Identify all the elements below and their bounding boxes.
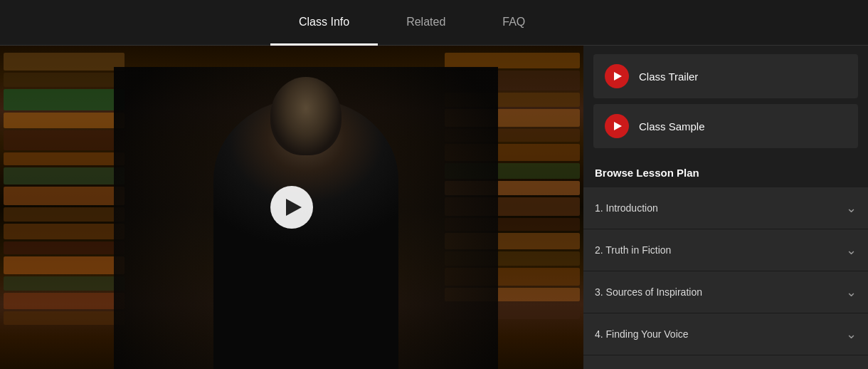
books-left [0, 46, 128, 369]
book-spine [4, 207, 125, 222]
video-panel [0, 46, 583, 369]
lesson-item-5[interactable]: 5. Developing the Story ⌄ [583, 355, 868, 369]
book-spine [4, 187, 125, 205]
lesson-item-3[interactable]: 3. Sources of Inspiration ⌄ [583, 271, 868, 313]
book-spine [4, 293, 125, 309]
video-thumbnail [0, 46, 583, 369]
chevron-down-icon: ⌄ [846, 242, 857, 258]
lesson-label-1: 1. Introduction [595, 202, 658, 214]
play-circle-icon [605, 64, 629, 88]
person-figure [213, 98, 398, 369]
tab-related[interactable]: Related [378, 1, 474, 46]
tab-class-info[interactable]: Class Info [270, 1, 378, 46]
video-buttons-section: Class Trailer Class Sample [583, 46, 868, 157]
tab-faq[interactable]: FAQ [474, 1, 554, 46]
book-spine [4, 276, 125, 291]
book-spine [4, 241, 125, 254]
book-spine [4, 89, 125, 110]
main-content: Class Trailer Class Sample Browse Lesson… [0, 46, 868, 369]
book-spine [4, 256, 125, 274]
book-spine [4, 53, 125, 71]
lesson-label-2: 2. Truth in Fiction [595, 244, 671, 256]
lesson-label-4: 4. Finding Your Voice [595, 328, 689, 340]
lesson-item-1[interactable]: 1. Introduction ⌄ [583, 187, 868, 229]
book-spine [4, 113, 125, 128]
book-spine [4, 167, 125, 184]
book-spine [4, 311, 125, 325]
class-trailer-label: Class Trailer [639, 71, 698, 83]
class-sample-button[interactable]: Class Sample [593, 104, 858, 148]
book-spine [4, 73, 125, 87]
lesson-item-2[interactable]: 2. Truth in Fiction ⌄ [583, 229, 868, 271]
chevron-down-icon: ⌄ [846, 326, 857, 342]
chevron-down-icon: ⌄ [846, 200, 857, 216]
lesson-plan-title: Browse Lesson Plan [583, 160, 868, 187]
book-spine [445, 53, 580, 68]
class-sample-label: Class Sample [639, 120, 705, 132]
book-spine [4, 152, 125, 165]
book-spine [4, 224, 125, 239]
right-panel: Class Trailer Class Sample Browse Lesson… [583, 46, 868, 369]
lesson-item-4[interactable]: 4. Finding Your Voice ⌄ [583, 313, 868, 355]
class-trailer-button[interactable]: Class Trailer [593, 54, 858, 98]
lesson-plan-section: Browse Lesson Plan 1. Introduction ⌄ 2. … [583, 157, 868, 369]
app-container: Class Info Related FAQ [0, 0, 868, 369]
lesson-label-3: 3. Sources of Inspiration [595, 286, 702, 298]
top-nav: Class Info Related FAQ [0, 0, 868, 46]
chevron-down-icon: ⌄ [846, 284, 857, 300]
play-button[interactable] [270, 186, 313, 229]
book-spine [4, 130, 125, 150]
lesson-list[interactable]: 1. Introduction ⌄ 2. Truth in Fiction ⌄ … [583, 187, 868, 369]
play-circle-icon [605, 114, 629, 138]
